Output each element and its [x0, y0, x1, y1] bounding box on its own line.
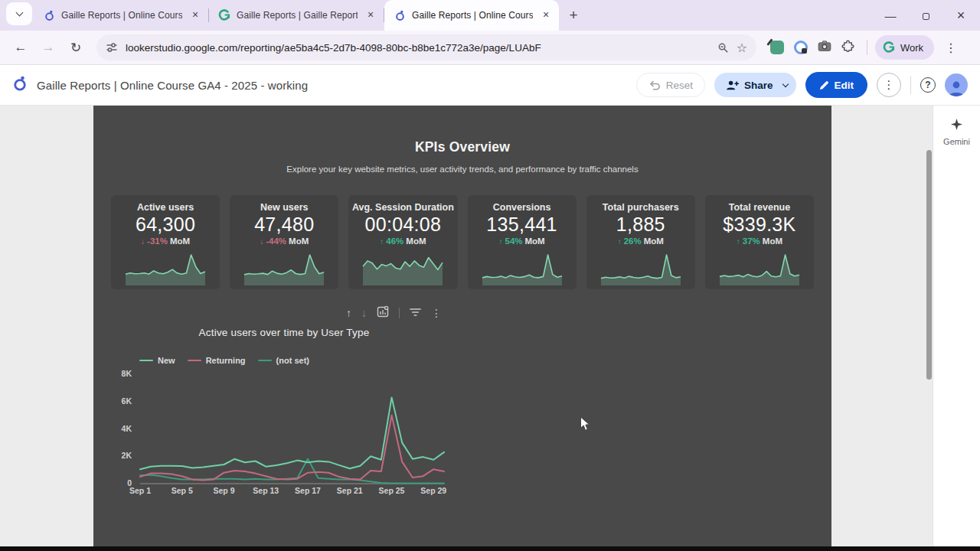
- tab-title: Gaille Reports | Online Course G: [412, 10, 533, 21]
- user-avatar[interactable]: [945, 73, 968, 96]
- line-chart[interactable]: [140, 374, 444, 484]
- gemini-label: Gemini: [933, 137, 980, 146]
- url-text[interactable]: lookerstudio.google.com/reporting/ae5ba4…: [126, 42, 710, 54]
- close-window-button[interactable]: ×: [952, 8, 969, 24]
- person-icon: [947, 80, 965, 96]
- kpi-value: 00:04:08: [365, 214, 442, 236]
- mom-label: MoM: [763, 236, 782, 246]
- restore-button[interactable]: [917, 9, 934, 22]
- chart-menu-icon[interactable]: ⋮: [431, 308, 442, 318]
- undo-icon: [648, 80, 661, 90]
- header-actions: Reset Share Edit ⋮ ?: [636, 72, 968, 98]
- kpi-value: 64,300: [136, 214, 195, 236]
- address-bar[interactable]: lookerstudio.google.com/reporting/ae5ba4…: [96, 34, 756, 60]
- person-add-icon: [726, 80, 739, 91]
- site-settings-icon[interactable]: [106, 41, 118, 54]
- page-scrollbar[interactable]: [926, 150, 932, 380]
- legend-swatch-icon: [258, 360, 272, 362]
- minimize-button[interactable]: —: [882, 9, 899, 22]
- tab-close-icon[interactable]: ×: [364, 8, 377, 22]
- kpi-card-new-users[interactable]: New users 47,480 ↓-44%MoM: [230, 195, 338, 289]
- mom-label: MoM: [406, 236, 426, 246]
- screenshot-camera-icon[interactable]: [818, 40, 831, 55]
- x-axis-tick: Sep 21: [335, 486, 365, 495]
- profile-name: Work: [900, 42, 923, 54]
- browser-window: Gaille Reports | Online Course G × Gaill…: [0, 0, 980, 551]
- extensions-row: [770, 40, 854, 56]
- kpi-label: Avg. Session Duration: [352, 202, 454, 213]
- move-up-icon[interactable]: ↑: [346, 308, 351, 318]
- edit-label: Edit: [835, 80, 854, 91]
- tab-title: Gaille Reports | Online Course G: [61, 10, 182, 21]
- extension-privacy-lock-icon[interactable]: [794, 41, 808, 54]
- gemini-button[interactable]: Gemini: [933, 118, 980, 146]
- tab-online-course-1[interactable]: Gaille Reports | Online Course G ×: [34, 0, 208, 31]
- kpi-mom-change: ↑54%MoM: [498, 236, 544, 246]
- bottom-black-bar: [0, 546, 980, 551]
- kpi-mom-change: ↑46%MoM: [380, 236, 426, 246]
- kpi-card-avg-session-duration[interactable]: Avg. Session Duration 00:04:08 ↑46%MoM: [348, 195, 457, 289]
- reset-button[interactable]: Reset: [636, 73, 705, 97]
- toolbar-divider: [399, 308, 400, 318]
- kpi-sparkline: [126, 250, 205, 285]
- kpi-card-conversions[interactable]: Conversions 135,441 ↑54%MoM: [468, 195, 577, 289]
- kpi-card-total-purchasers[interactable]: Total purchasers 1,885 ↑26%MoM: [586, 195, 695, 289]
- legend-label: Returning: [206, 356, 246, 365]
- tab-gaille-reports[interactable]: Gaille Reports | Gaille Reports ×: [209, 0, 384, 31]
- help-button[interactable]: ?: [920, 77, 936, 93]
- kpi-card-active-users[interactable]: Active users 64,300 ↓-31%MoM: [111, 195, 220, 289]
- tab-close-icon[interactable]: ×: [539, 8, 553, 22]
- back-button[interactable]: ←: [9, 36, 32, 59]
- delta-arrow-icon: ↑: [737, 237, 740, 246]
- chart-settings-icon[interactable]: [377, 305, 389, 321]
- chart-toolbar: ↑ ↓ ⋮: [346, 305, 442, 321]
- forward-button[interactable]: →: [37, 36, 60, 59]
- y-axis-tick: 8K: [106, 369, 132, 378]
- x-axis-tick: Sep 17: [292, 486, 323, 495]
- reload-button[interactable]: ↻: [64, 36, 87, 59]
- kpi-mom-change: ↑37%MoM: [737, 236, 782, 246]
- mom-label: MoM: [289, 236, 309, 246]
- legend-label: (not set): [276, 356, 309, 365]
- kpi-value: 1,885: [616, 214, 665, 236]
- search-icon[interactable]: [717, 42, 729, 54]
- profile-chip[interactable]: Work: [875, 35, 934, 60]
- legend-item[interactable]: (not set): [258, 356, 309, 365]
- page-title: KPIs Overview: [93, 139, 831, 155]
- looker-studio-favicon-icon: [43, 9, 55, 21]
- tab-online-course-active[interactable]: Gaille Reports | Online Course G ×: [384, 0, 559, 31]
- legend-item[interactable]: New: [139, 356, 175, 365]
- new-tab-button[interactable]: +: [564, 5, 583, 25]
- extensions-puzzle-icon[interactable]: [841, 40, 854, 56]
- kpi-value: 135,441: [486, 214, 557, 236]
- more-options-button[interactable]: ⋮: [877, 73, 901, 97]
- tab-search-button[interactable]: [6, 2, 32, 25]
- filter-icon[interactable]: [410, 306, 421, 320]
- delta-value: 46%: [386, 236, 403, 246]
- report-title: Gaille Reports | Online Course GA4 - 202…: [37, 79, 308, 92]
- legend-swatch-icon: [139, 360, 153, 362]
- kpi-card-total-revenue[interactable]: Total revenue $339.3K ↑37%MoM: [705, 195, 814, 289]
- browser-menu-icon[interactable]: ⋮: [942, 41, 960, 55]
- share-dropdown-caret-icon[interactable]: [782, 80, 788, 86]
- x-axis-tick: Sep 29: [418, 486, 449, 495]
- edit-button[interactable]: Edit: [805, 72, 868, 98]
- looker-studio-logo-icon: [12, 75, 28, 95]
- pencil-icon: [819, 80, 829, 90]
- tab-close-icon[interactable]: ×: [188, 8, 202, 22]
- move-down-icon[interactable]: ↓: [361, 308, 367, 318]
- mom-label: MoM: [170, 236, 190, 246]
- mom-label: MoM: [525, 236, 545, 246]
- chart-title: Active users over time by User Type: [111, 327, 457, 338]
- kpi-label: Total purchasers: [603, 202, 679, 213]
- kpi-value: 47,480: [254, 214, 314, 236]
- share-button[interactable]: Share: [714, 73, 796, 97]
- x-axis-tick: Sep 1: [125, 486, 155, 495]
- extension-green-pen-icon[interactable]: [770, 41, 784, 54]
- bookmark-star-icon[interactable]: ☆: [737, 41, 747, 55]
- kpi-label: Active users: [137, 202, 194, 213]
- browser-toolbar: ← → ↻ lookerstudio.google.com/reporting/…: [0, 31, 980, 65]
- report-viewport: KPIs Overview Explore your key website m…: [0, 106, 980, 546]
- legend-item[interactable]: Returning: [188, 356, 246, 365]
- share-label: Share: [744, 80, 773, 91]
